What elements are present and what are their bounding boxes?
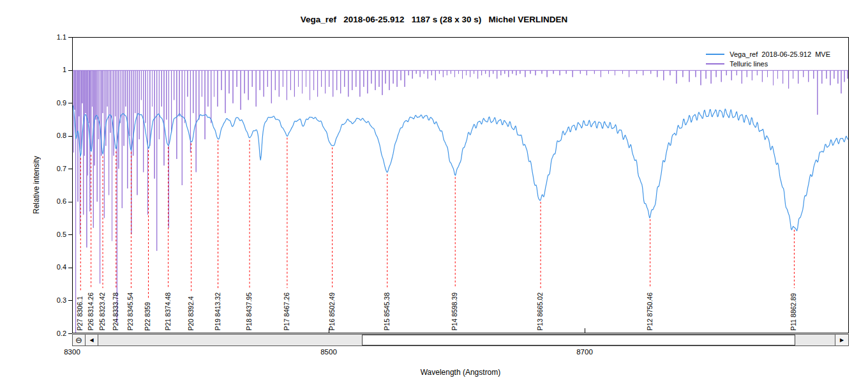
- legend-item: Telluric lines: [706, 59, 830, 68]
- marker-label: P12 8750.46: [646, 292, 654, 331]
- chart-title: Vega_ref 2018-06-25.912 1187 s (28 x 30 …: [0, 15, 868, 24]
- y-tick-label: 0.7: [37, 165, 66, 172]
- x-tick-label: 8300: [53, 348, 91, 356]
- marker-label: P22 8359: [144, 302, 152, 331]
- marker-label: P14 8598.39: [451, 292, 459, 331]
- y-tick-label: 0.3: [37, 296, 66, 304]
- legend-line-sample: [706, 54, 724, 55]
- marker-label: P16 8502.49: [328, 292, 336, 331]
- marker-label: P17 8467.26: [283, 292, 291, 331]
- x-tick-mark: [585, 328, 585, 333]
- right-arrow-icon: ▶: [840, 337, 844, 343]
- scroll-right-button[interactable]: ▶: [835, 335, 848, 345]
- x-tick-mark: [329, 328, 329, 333]
- left-arrow-icon: ◀: [89, 337, 93, 343]
- y-tick-label: 0.9: [37, 99, 66, 107]
- marker-label: P24 8333.78: [112, 292, 120, 331]
- spectrum-canvas[interactable]: [73, 38, 848, 333]
- y-tick-label: 0.4: [37, 263, 66, 271]
- x-tick-label: 8500: [310, 348, 348, 356]
- legend-label: Telluric lines: [730, 60, 768, 68]
- legend-item: Vega_ref 2018-06-25.912 MVE: [706, 49, 830, 59]
- marker-label: P23 8345.54: [126, 292, 135, 331]
- marker-label: P19 8413.32: [214, 292, 222, 331]
- zoom-out-icon: ⊖: [75, 335, 82, 345]
- wavelength-scrollbar[interactable]: ⊖ ◀ ▶: [72, 334, 849, 346]
- zoom-out-button[interactable]: ⊖: [73, 335, 86, 345]
- y-tick-label: 1: [37, 66, 66, 73]
- marker-label: P15 8545.38: [383, 292, 391, 331]
- x-tick-label: 8700: [565, 348, 604, 356]
- spectrum-plot[interactable]: P27 8306.1P26 8314.26P25 8323.42P24 8333…: [72, 37, 849, 333]
- y-tick-label: 0.2: [37, 330, 66, 337]
- marker-label: P11 8862.89: [789, 293, 798, 331]
- marker-label: P21 8374.48: [164, 292, 172, 331]
- y-axis-label: Relative intensity: [31, 37, 42, 333]
- scrollbar-track[interactable]: [362, 335, 795, 345]
- scrollbar-thumb[interactable]: [98, 335, 362, 345]
- legend: Vega_ref 2018-06-25.912 MVETelluric line…: [706, 49, 830, 68]
- marker-label: P20 8392.4: [187, 296, 195, 331]
- y-tick-label: 0.5: [37, 231, 66, 238]
- telluric-lines-curve: [73, 70, 848, 333]
- y-tick-label: 0.6: [37, 197, 66, 205]
- star-spectrum-curve: [73, 105, 848, 231]
- scrollbar-end-cap: [795, 335, 835, 345]
- y-tick-label: 1.1: [37, 33, 66, 41]
- marker-label: P27 8306.1: [76, 296, 84, 331]
- legend-line-sample: [706, 63, 724, 64]
- marker-label: P18 8437.95: [245, 292, 253, 331]
- marker-label: P25 8323.42: [98, 292, 107, 331]
- x-axis-label: Wavelength (Angstrom): [72, 368, 849, 377]
- legend-label: Vega_ref 2018-06-25.912 MVE: [730, 50, 830, 58]
- scroll-left-button[interactable]: ◀: [86, 335, 98, 345]
- y-tick-label: 0.8: [37, 132, 66, 139]
- marker-label: P13 8665.02: [536, 292, 544, 331]
- marker-label: P26 8314.26: [87, 292, 95, 331]
